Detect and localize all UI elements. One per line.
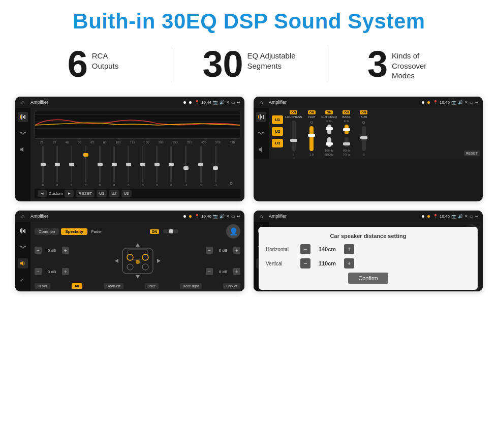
expand-icon[interactable]: ⤢ [18,275,28,285]
eq-icon-3[interactable] [18,226,28,236]
fader-tab-common[interactable]: Common [35,228,59,235]
eq-reset-btn[interactable]: RESET [76,190,95,197]
volume-side-icon[interactable] [18,144,28,155]
eq-thumb-4[interactable] [83,153,88,157]
u2-btn[interactable]: U2 [272,127,283,136]
user-btn[interactable]: User [145,283,159,289]
eq-slider-11[interactable]: -1 [184,146,187,187]
loudness-thumb[interactable] [290,139,297,142]
eq-u2-btn[interactable]: U2 [109,190,119,197]
rearleft-btn[interactable]: RearLeft [104,283,123,289]
rearright-btn[interactable]: RearRight [180,283,202,289]
eq-next-btn[interactable]: ► [65,190,74,197]
eq-icon-2[interactable] [256,112,266,122]
eq-more-btn[interactable]: » [229,180,233,187]
fader-tab-specialty[interactable]: Specialty [61,228,87,235]
copilot-btn[interactable]: Copilot [223,283,240,289]
eq-slider-1[interactable]: 0 [42,146,44,187]
cutfreq-slider1[interactable] [327,125,331,134]
phat-thumb[interactable] [308,134,315,137]
eq-slider-10[interactable]: 0 [170,146,172,187]
db-minus-rl[interactable]: − [35,268,42,275]
sub-label: SUB [361,115,367,118]
vertical-plus-btn[interactable]: + [344,258,354,268]
u3-btn[interactable]: U3 [272,139,283,147]
bass-slider2[interactable] [345,137,349,147]
fader-screen-content: ⤢ Common Specialty Fader ON 👤 [15,222,244,291]
db-plus-rr[interactable]: + [233,268,240,275]
eq-thumb-10[interactable] [169,163,174,166]
fader-thumb[interactable] [169,229,173,233]
sub-slider[interactable] [362,126,366,151]
loudness-value: 0 [293,153,294,156]
eq-slider-3[interactable]: 0 [71,146,72,187]
db-minus-rr[interactable]: − [206,268,213,275]
eq-icon[interactable] [18,112,28,122]
all-btn[interactable]: All [72,283,82,289]
wave-icon-2[interactable] [256,128,266,138]
cutfreq-thumb1[interactable] [326,127,333,130]
eq-u3-btn[interactable]: U3 [121,190,132,197]
cutfreq-slider2[interactable] [327,137,331,147]
phat-slider[interactable] [309,126,314,151]
eq-slider-12[interactable]: 0 [200,146,201,187]
db-minus-fl[interactable]: − [35,247,42,254]
eq-slider-13[interactable]: -1 [214,146,216,187]
stat-number-eq: 30 [202,46,243,82]
sub-thumb[interactable] [360,136,367,139]
volume-side-icon-3[interactable] [18,258,28,268]
fader-avatar: 👤 [226,224,240,238]
eq-thumb-1[interactable] [41,163,46,166]
bass-thumb2[interactable] [343,142,350,145]
db-plus-fr[interactable]: + [233,247,240,254]
eq-slider-4[interactable]: 5 [85,146,86,187]
eq-thumb-12[interactable] [198,163,203,166]
horizontal-plus-btn[interactable]: + [344,244,354,254]
wave-icon-3[interactable] [18,242,28,252]
eq-slider-2[interactable]: 0 [56,146,58,187]
eq-thumb-3[interactable] [69,163,74,166]
db-plus-fl[interactable]: + [62,247,69,254]
volume-side-icon-2[interactable] [256,144,266,155]
u1-btn[interactable]: U1 [272,115,283,124]
eq-val-13: -1 [214,184,216,187]
confirm-button[interactable]: Confirm [348,273,388,284]
cutfreq-thumb2[interactable] [326,142,333,145]
eq-thumb-8[interactable] [140,163,145,166]
status-dot-1 [183,101,186,104]
eq-slider-6[interactable]: 0 [113,146,115,187]
eq-thumb-6[interactable] [112,163,117,166]
eq-u1-btn[interactable]: U1 [97,190,107,197]
stat-number-rca: 6 [68,46,88,82]
loudness-section: ON LOUDNESS 0 [285,110,302,156]
horizontal-minus-btn[interactable]: − [300,244,310,254]
sub-section: ON SUB G 0 [356,110,371,156]
eq-val-12: 0 [200,184,201,187]
eq-thumb-11[interactable] [183,166,189,170]
fader-slider[interactable] [163,229,178,233]
eq-thumb-7[interactable] [126,163,131,166]
eq-thumb-5[interactable] [98,163,103,166]
eq-graph [35,111,240,139]
wave-icon[interactable] [18,128,28,138]
bass-slider1[interactable] [345,125,349,134]
eq-prev-btn[interactable]: ◄ [38,190,47,197]
vertical-minus-btn[interactable]: − [300,258,310,268]
driver-btn[interactable]: Driver [35,283,50,289]
db-plus-rl[interactable]: + [62,268,69,275]
eq-slider-8[interactable]: 0 [142,146,143,187]
svg-rect-13 [24,229,25,233]
eq-slider-7[interactable]: 0 [128,146,129,187]
svg-rect-1 [21,114,22,120]
crossover-reset-btn[interactable]: RESET [464,151,480,156]
eq-thumb-2[interactable] [55,163,60,166]
db-minus-fr[interactable]: − [206,247,213,254]
eq-thumb-13[interactable] [213,166,218,170]
eq-thumb-9[interactable] [154,163,160,166]
camera-icon-4: 📷 [451,214,456,219]
bass-thumb1[interactable] [343,128,350,131]
freq-500: 500 [215,141,221,144]
loudness-slider[interactable] [292,121,296,151]
eq-slider-9[interactable]: 0 [156,146,158,187]
eq-slider-5[interactable]: 0 [99,146,101,187]
